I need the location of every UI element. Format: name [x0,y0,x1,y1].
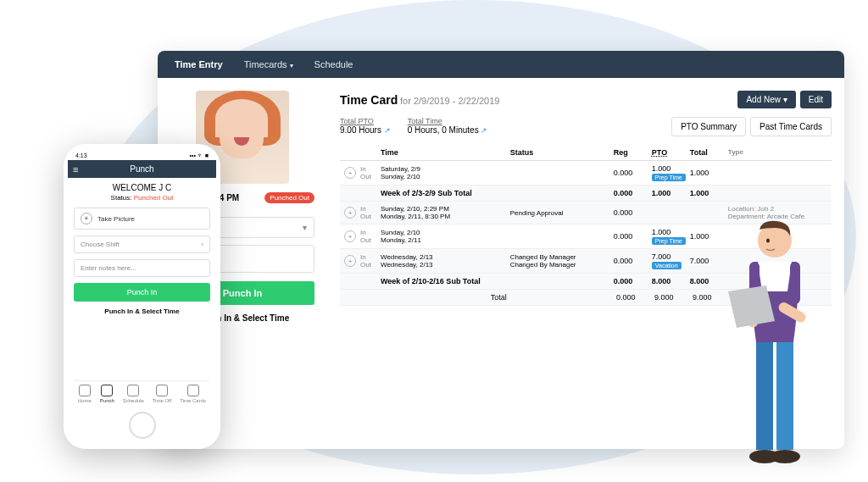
punch-status-badge: Punched Out [264,192,314,203]
menu-icon[interactable]: ≡ [73,164,78,175]
tab-punch[interactable]: Punch [100,385,114,403]
timecard-date-range: for 2/9/2019 - 2/22/2019 [400,96,499,106]
take-picture-button[interactable]: +Take Picture [74,208,210,230]
chevron-down-icon: ▾ [783,95,787,104]
pto-summary-button[interactable]: PTO Summary [671,117,746,136]
expand-icon[interactable]: + [344,255,356,267]
home-button[interactable] [129,412,156,439]
svg-rect-5 [790,262,800,304]
tab-schedule[interactable]: Schedule [123,385,144,403]
total-pto: Total PTO 9.00 Hours ↗ [340,117,391,136]
th-status: Status [510,148,614,157]
external-link-icon[interactable]: ↗ [384,126,391,135]
tab-bar: HomePunchScheduleTime OffTime Cards [74,380,210,403]
svg-point-3 [770,450,800,463]
external-link-icon[interactable]: ↗ [481,126,487,135]
chevron-down-icon: ▾ [290,62,293,69]
past-timecards-button[interactable]: Past Time Cards [750,117,832,136]
add-new-button[interactable]: Add New ▾ [737,91,795,108]
expand-icon[interactable]: + [344,167,356,179]
th-pto: PTO [652,148,690,157]
chevron-down-icon: ▾ [303,223,307,232]
expand-icon[interactable]: + [344,230,356,242]
chevron-right-icon: › [201,241,203,248]
nav-schedule[interactable]: Schedule [314,59,353,69]
th-reg: Reg [614,148,652,157]
plus-icon: + [81,213,92,224]
th-total: Total [690,148,728,157]
th-type: Type [728,148,832,157]
edit-button[interactable]: Edit [800,91,832,108]
svg-rect-1 [776,340,793,450]
svg-rect-0 [756,340,773,450]
top-nav: Time Entry Timecards▾ Schedule [158,51,844,78]
punch-in-button[interactable]: Punch In [74,283,210,302]
phone-status-bar: 4:13 ••• ᯤ ■ [70,151,214,160]
mobile-app: 4:13 ••• ᯤ ■ ≡ Punch WELCOME J C Status:… [64,144,220,449]
welcome-text: WELCOME J C [74,183,210,192]
expand-icon[interactable]: + [344,207,356,219]
status-line: Status: Punched Out [74,194,210,202]
tab-time-off[interactable]: Time Off [153,385,172,403]
timecard-title: Time Card [340,93,398,107]
notes-input[interactable]: Enter notes here... [74,259,210,277]
svg-point-9 [766,239,770,243]
table-row: + InOut Saturday, 2/9Sunday, 2/10 0.000 … [340,161,832,186]
choose-shift-select[interactable]: Choose Shift› [74,235,210,253]
th-time: Time [381,148,510,157]
tab-time-cards[interactable]: Time Cards [180,385,206,403]
tab-home[interactable]: Home [78,385,92,403]
total-time: Total Time 0 Hours, 0 Minutes ↗ [408,117,488,136]
nav-timecards[interactable]: Timecards▾ [244,59,293,69]
phone-header: ≡ Punch [68,160,216,178]
nav-time-entry[interactable]: Time Entry [175,59,223,69]
person-illustration [715,194,830,482]
punch-in-select-time-link[interactable]: Punch In & Select Time [74,307,210,315]
